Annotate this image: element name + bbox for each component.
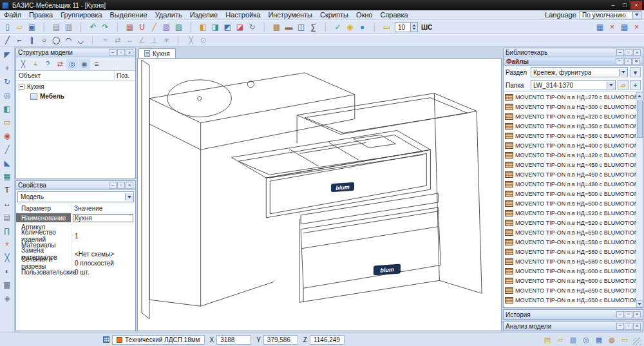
open-folder-icon[interactable]: ▱	[14, 21, 26, 33]
minimize-button[interactable]: –	[607, 1, 619, 10]
ruler-icon[interactable]: ▭	[381, 21, 393, 33]
float-icon[interactable]: ▫	[117, 182, 125, 189]
library-item[interactable]: MOVENTO TIP-ON п.в НД=450 с BLUMOTION 40…	[504, 160, 636, 169]
property-value[interactable]: 1	[73, 232, 133, 240]
library-item[interactable]: MOVENTO TIP-ON п.в НД=500 с BLUMOTION 70…	[504, 198, 636, 208]
sheet-icon[interactable]: ▭	[1, 116, 14, 128]
menu-item[interactable]: Изделие	[186, 10, 222, 19]
table-tool-icon[interactable]: ▤	[1, 211, 14, 223]
clamp-icon[interactable]: ∏	[1, 224, 14, 236]
scrollbar-thumb[interactable]	[637, 101, 643, 138]
arc2-icon[interactable]: ◡	[75, 35, 87, 46]
ruler-status-icon[interactable]: ▭	[619, 334, 630, 345]
save-icon[interactable]: ▣	[26, 21, 38, 33]
add-icon[interactable]: +	[30, 59, 41, 70]
offset-icon[interactable]: ⇄	[111, 35, 124, 46]
hole-icon[interactable]: ◉	[1, 130, 14, 142]
panel-orange-icon[interactable]: ◧	[197, 21, 209, 33]
grid-tool-icon[interactable]: ▦	[1, 170, 14, 182]
assembly-icon[interactable]: ▩	[270, 21, 283, 33]
text-tool-icon[interactable]: Т	[1, 184, 14, 196]
minimize-icon[interactable]: −	[616, 49, 624, 56]
lamp-icon[interactable]: ◉	[344, 21, 356, 33]
close-icon[interactable]: ×	[633, 311, 641, 318]
tree-node-furniture[interactable]: Мебель	[19, 91, 135, 101]
scroll-down-icon[interactable]	[636, 300, 643, 307]
detach-icon[interactable]: ╳	[17, 59, 29, 70]
library-item[interactable]: MOVENTO TIP-ON п.в НД=300 с BLUMOTION 40…	[504, 102, 636, 111]
edge-icon[interactable]: ╱	[1, 143, 14, 155]
line-icon[interactable]: ╱	[1, 35, 14, 46]
folder-up-icon[interactable]: ▱	[618, 80, 629, 90]
link-icon[interactable]: ⇄	[54, 59, 66, 70]
box-icon[interactable]: ◫	[295, 21, 307, 33]
print-icon[interactable]: ▤	[50, 21, 62, 33]
viewport-grid2-icon[interactable]: ▦	[618, 21, 630, 33]
close-icon[interactable]: ×	[632, 58, 640, 65]
trim-icon[interactable]: ╳	[185, 35, 197, 46]
minimize-icon[interactable]: −	[109, 182, 117, 189]
separator[interactable]: │	[368, 21, 381, 33]
float-icon[interactable]: ▫	[625, 311, 632, 318]
close-button[interactable]: ×	[630, 1, 642, 10]
separator[interactable]: │	[185, 21, 197, 33]
viewport-grid-icon[interactable]: ▦	[594, 21, 606, 33]
language-label[interactable]: Language	[545, 11, 576, 19]
library-item[interactable]: MOVENTO TIP-ON п.в НД=450 с BLUMOTION 70…	[504, 169, 636, 179]
chevron-down-icon[interactable]	[632, 12, 641, 19]
library-item[interactable]: MOVENTO TIP-ON п.в НД=600 с BLUMOTION 70…	[504, 276, 636, 285]
menu-item[interactable]: Группировка	[57, 10, 106, 19]
rotate-icon[interactable]: ↻	[1, 75, 14, 88]
hatch-icon[interactable]: ▨	[160, 21, 173, 33]
pan-icon[interactable]: +	[1, 62, 14, 74]
library-item[interactable]: MOVENTO TIP-ON п.в НД=550 с BLUMOTION 70…	[504, 237, 636, 247]
property-value[interactable]: 0 шт.	[73, 268, 133, 276]
property-value[interactable]	[73, 241, 133, 249]
dimension-tool-icon[interactable]: ↔	[1, 197, 14, 209]
property-row[interactable]: Количество изделий 1	[16, 231, 135, 240]
panel-red-icon[interactable]: ◪	[234, 21, 246, 33]
property-row[interactable]: Наименование Кухня	[16, 213, 135, 222]
menu-item[interactable]: Выделение	[106, 10, 151, 19]
menu-item[interactable]: Файл	[0, 10, 25, 19]
library-item[interactable]: MOVENTO TIP-ON п.в НД=270 с BLUMOTION 40…	[504, 92, 636, 102]
model-analysis-panel[interactable]: Анализ модели −▫×	[503, 321, 643, 331]
zoom-status-icon[interactable]: ◎	[580, 334, 592, 345]
library-item[interactable]: MOVENTO TIP-ON п.в НД=520 с BLUMOTION 40…	[504, 208, 636, 218]
library-item[interactable]: MOVENTO TIP-ON п.в НД=650 с BLUMOTION 40…	[504, 285, 636, 295]
float-icon[interactable]: ▫	[625, 323, 632, 330]
corner-icon[interactable]: ◣	[1, 157, 14, 169]
section-combo[interactable]: Крепеж, фурнитура	[531, 67, 628, 77]
close-icon[interactable]: ×	[633, 323, 641, 330]
library-item[interactable]: MOVENTO TIP-ON п.в НД=400 с BLUMOTION 40…	[504, 140, 636, 150]
library-item[interactable]: MOVENTO TIP-ON п.в НД=350 с BLUMOTION 40…	[504, 121, 636, 131]
minimize-icon[interactable]: −	[616, 58, 623, 65]
panel-teal-icon[interactable]: ◨	[209, 21, 222, 33]
properties-scope-combo[interactable]: Модель	[17, 191, 134, 202]
screw-icon[interactable]: +	[1, 238, 14, 250]
node-icon[interactable]: ⊙	[197, 35, 209, 46]
library-item[interactable]: MOVENTO TIP-ON п.в НД=600 с BLUMOTION 40…	[504, 266, 636, 276]
library-item[interactable]: MOVENTO TIP-ON п.в НД=520 с BLUMOTION 70…	[504, 218, 636, 227]
layers-icon[interactable]: ▧	[173, 21, 185, 33]
parallel-lines-icon[interactable]: ∥	[26, 35, 38, 46]
chevron-down-icon[interactable]	[607, 82, 615, 89]
menu-item[interactable]: Скрипты	[316, 10, 352, 19]
current-material[interactable]: Технический ЛДСП 18мм	[112, 335, 205, 345]
separator[interactable]: │	[75, 21, 87, 33]
library-item[interactable]: MOVENTO TIP-ON п.в НД=420 с BLUMOTION 40…	[504, 150, 636, 160]
edit-icon[interactable]: ▱	[554, 334, 566, 345]
board-icon[interactable]: ▬	[283, 21, 295, 33]
section-menu-icon[interactable]: ▾	[630, 67, 641, 77]
library-scrollbar[interactable]	[636, 92, 643, 307]
panel-blue-icon[interactable]: ◩	[222, 21, 234, 33]
float-icon[interactable]: ▫	[117, 49, 125, 56]
minimize-icon[interactable]: −	[616, 323, 624, 330]
scroll-up-icon[interactable]	[636, 92, 643, 99]
separator[interactable]: │	[111, 21, 124, 33]
settings-icon[interactable]: ◈	[1, 292, 14, 304]
search-icon[interactable]: ◎	[66, 59, 78, 70]
redo-icon[interactable]: ↷	[99, 21, 111, 33]
asterisk-icon[interactable]: ∗	[160, 35, 173, 46]
separator[interactable]: │	[87, 35, 99, 46]
